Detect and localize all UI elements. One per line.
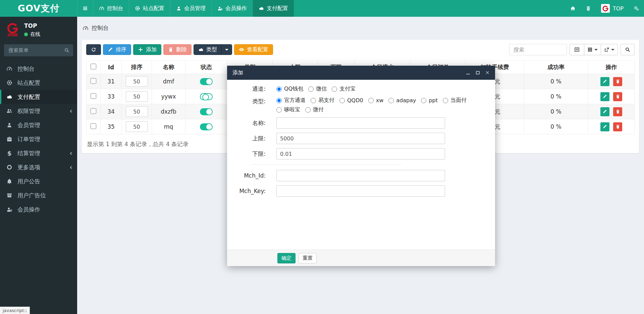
radio-type-yipay[interactable]: 易支付 xyxy=(311,97,334,104)
close-button[interactable]: ✕ xyxy=(485,70,490,75)
radio-type-adapay[interactable]: adapay xyxy=(388,97,416,104)
pagination-toggle-button[interactable] xyxy=(570,44,584,55)
export-dropdown-button[interactable] xyxy=(601,44,618,55)
type-button-caret[interactable] xyxy=(221,45,232,55)
user-menu[interactable]: TOP xyxy=(596,4,629,13)
status-toggle[interactable] xyxy=(200,93,213,100)
sidebar-item-permissions[interactable]: 权限管理 ‹ xyxy=(0,104,77,118)
mch-key-input[interactable] xyxy=(276,185,445,197)
settings-button[interactable] xyxy=(629,6,644,11)
sort-button[interactable]: 排序 xyxy=(103,44,131,55)
sidebar-toggle-button[interactable] xyxy=(77,0,93,17)
delete-row-button[interactable] xyxy=(613,77,622,86)
delete-button[interactable]: 删除 xyxy=(163,44,192,55)
radio-type-official[interactable]: 官方通道 xyxy=(276,97,306,104)
row-checkbox[interactable] xyxy=(91,108,96,114)
minimize-button[interactable] xyxy=(466,70,470,75)
sidebar-item-settlement[interactable]: $ 结算管理 ‹ xyxy=(0,146,77,160)
brand-logo[interactable]: GOV支付 xyxy=(0,0,77,17)
dialog-title: 添加 xyxy=(232,69,243,76)
sidebar-item-site-config[interactable]: 站点配置 xyxy=(0,76,77,90)
radio-channel-alipay[interactable]: 支付宝 xyxy=(332,85,356,92)
nav-item-site-config[interactable]: 站点配置 xyxy=(129,0,170,17)
radio-type-xw[interactable]: xw xyxy=(368,97,384,104)
mch-id-input[interactable] xyxy=(276,170,445,181)
nav-item-pay-config[interactable]: 支付配置 xyxy=(253,0,294,17)
status-toggle[interactable] xyxy=(200,78,213,85)
table-search-input[interactable] xyxy=(509,44,567,55)
radio-type-qqd0[interactable]: QQD0 xyxy=(339,97,363,104)
radio-label: ppt xyxy=(429,97,438,104)
nav-item-member-manage[interactable]: 会员管理 xyxy=(170,0,211,17)
radio-channel-wechat[interactable]: 微信 xyxy=(308,85,327,92)
sort-order-input[interactable] xyxy=(126,76,148,87)
cell-name: yywx xyxy=(152,89,185,104)
sidebar-item-label: 站点配置 xyxy=(17,79,40,87)
radio-label: QQ钱包 xyxy=(284,85,303,92)
status-toggle[interactable] xyxy=(200,123,213,130)
nav-item-member-ops[interactable]: 会员操作 xyxy=(211,0,253,17)
status-toggle[interactable] xyxy=(200,108,213,115)
edit-row-button[interactable] xyxy=(600,92,609,101)
sidebar-item-announcements[interactable]: 用户公告 xyxy=(0,174,77,188)
sidebar-item-dashboard[interactable]: 控制台 xyxy=(0,62,77,76)
cell-id: 34 xyxy=(101,104,122,119)
edit-row-button[interactable] xyxy=(600,107,609,116)
view-config-button[interactable]: 查看配置 xyxy=(234,44,273,55)
refresh-button[interactable] xyxy=(86,44,101,55)
gear-icon xyxy=(5,80,13,86)
radio-type-duolabao[interactable]: 哆啦宝 xyxy=(276,106,300,113)
name-input[interactable] xyxy=(276,117,445,129)
sidebar-item-label: 权限管理 xyxy=(17,107,40,115)
sort-order-input[interactable] xyxy=(126,106,148,117)
sidebar-item-label: 用户公告 xyxy=(17,178,40,185)
type-dropdown-button: 类型 xyxy=(194,44,232,55)
delete-row-button[interactable] xyxy=(613,107,622,116)
radio-type-ppt[interactable]: ppt xyxy=(421,97,438,104)
nav-item-label: 站点配置 xyxy=(143,5,164,12)
dialog-titlebar[interactable]: 添加 ✕ xyxy=(227,66,495,80)
radio-label: 易支付 xyxy=(318,97,334,104)
sidebar-item-member-ops[interactable]: 会员操作 xyxy=(0,202,77,216)
radio-type-dangmianfu[interactable]: 当面付 xyxy=(443,97,467,104)
edit-row-button[interactable] xyxy=(600,122,609,131)
gear-icon xyxy=(135,6,140,11)
edit-row-button[interactable] xyxy=(600,77,609,86)
select-all-checkbox[interactable] xyxy=(91,64,96,69)
reset-button[interactable]: 重置 xyxy=(299,253,317,263)
sidebar-item-member-manage[interactable]: 会员管理 xyxy=(0,118,77,132)
delete-row-button[interactable] xyxy=(613,122,622,131)
sidebar-item-more-options[interactable]: 更多选项 ‹ xyxy=(0,160,77,174)
radio-channel-qq[interactable]: QQ钱包 xyxy=(276,85,303,92)
type-button-main[interactable]: 类型 xyxy=(194,45,221,55)
maximize-button[interactable] xyxy=(475,70,480,75)
radio-type-weifu[interactable]: 微付 xyxy=(305,106,324,113)
sidebar-item-ad-slots[interactable]: 用户广告位 xyxy=(0,188,77,202)
columns-dropdown-button[interactable] xyxy=(584,44,601,55)
cell-name: dmf xyxy=(152,74,185,89)
row-checkbox[interactable] xyxy=(91,123,96,129)
name-field: 名称: xyxy=(227,117,495,129)
lower-limit-input[interactable] xyxy=(276,148,445,160)
clear-cache-button[interactable] xyxy=(581,6,596,11)
home-button[interactable] xyxy=(565,6,581,11)
delete-row-button[interactable] xyxy=(613,92,622,101)
close-icon: ✕ xyxy=(485,70,490,75)
sort-order-input[interactable] xyxy=(126,121,148,132)
dashboard-icon xyxy=(5,66,13,72)
sidebar-item-pay-config[interactable]: 支付配置 xyxy=(0,90,77,104)
radio-label: adapay xyxy=(396,97,416,104)
cell-success-rate: 0 % xyxy=(524,89,588,104)
sort-order-input[interactable] xyxy=(126,91,148,102)
confirm-button[interactable]: 确定 xyxy=(277,253,296,263)
nav-item-dashboard[interactable]: 控制台 xyxy=(93,0,129,17)
row-checkbox[interactable] xyxy=(91,93,96,99)
sidebar-search-input[interactable] xyxy=(4,44,73,56)
table-search-button[interactable] xyxy=(621,44,635,55)
row-checkbox[interactable] xyxy=(91,78,96,84)
view-buttons xyxy=(570,44,618,55)
add-button[interactable]: 添加 xyxy=(133,44,161,55)
upper-limit-input[interactable] xyxy=(276,133,445,144)
sidebar-item-orders[interactable]: 订单管理 xyxy=(0,132,77,146)
sidebar-item-label: 结算管理 xyxy=(17,149,40,157)
